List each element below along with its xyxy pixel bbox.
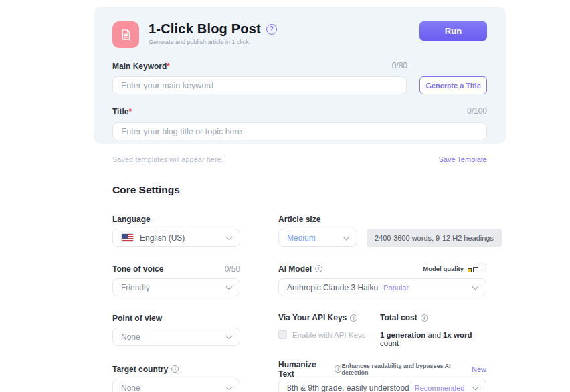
document-icon <box>119 28 132 41</box>
model-quality-indicator: Model quality <box>423 265 486 272</box>
point-of-view-dropdown[interactable]: None <box>112 328 240 346</box>
templates-empty-text: Saved templates will appear here. <box>112 155 223 163</box>
new-badge: New <box>472 365 486 373</box>
point-of-view-value: None <box>121 332 140 342</box>
chevron-down-icon <box>226 383 233 390</box>
api-keys-checkbox-label: Enable with API Keys <box>292 331 365 339</box>
chevron-down-icon <box>226 283 233 290</box>
tone-value: Friendly <box>121 283 150 292</box>
article-size-label: Article size <box>278 215 320 224</box>
target-country-value: None <box>121 383 140 392</box>
target-country-cell: Target country i None <box>112 364 240 392</box>
tone-dropdown[interactable]: Friendly <box>112 278 240 296</box>
api-cost-cell: Via Your API Keys i Enable with API Keys… <box>278 313 486 347</box>
info-icon[interactable]: i <box>335 365 341 373</box>
required-asterisk: * <box>167 62 170 71</box>
total-cost-block: Total cost i 1 generation and 1x word co… <box>380 313 486 347</box>
language-value: English (US) <box>140 233 185 243</box>
tool-card: 1-Click Blog Post ? Generate and publish… <box>94 7 506 144</box>
generate-title-button[interactable]: Generate a Title <box>419 76 487 94</box>
chevron-down-icon <box>226 332 233 339</box>
save-template-link[interactable]: Save Template <box>438 155 487 163</box>
tone-label: Tone of voice <box>112 264 163 274</box>
title-label: Title <box>112 107 128 116</box>
point-of-view-cell: Point of view None <box>112 313 240 347</box>
article-size-hint-badge: 2400-3600 words, 9-12 H2 headings <box>367 229 502 247</box>
info-icon[interactable]: i <box>421 314 428 322</box>
article-size-cell: Article size Medium 2400-3600 words, 9-1… <box>278 214 486 247</box>
main-keyword-label-row: Main Keyword* 0/80 <box>112 60 407 72</box>
ai-model-cell: AI Model i Model quality Anthropic Claud… <box>278 264 486 296</box>
ai-model-label: AI Model <box>278 264 312 274</box>
chevron-down-icon <box>343 233 350 240</box>
ai-model-value: Anthropic Claude 3 Haiku <box>287 283 378 292</box>
title-label-row: Title* 0/100 <box>112 105 487 117</box>
info-icon[interactable]: i <box>171 365 179 373</box>
api-keys-block: Via Your API Keys i Enable with API Keys <box>278 313 380 347</box>
language-dropdown[interactable]: English (US) <box>112 229 240 247</box>
tone-cell: Tone of voice 0/50 Friendly <box>112 264 240 296</box>
us-flag-icon <box>121 233 134 242</box>
chevron-down-icon <box>472 283 479 290</box>
blog-post-icon <box>112 21 139 48</box>
main-keyword-input[interactable] <box>112 76 407 94</box>
title-block: 1-Click Blog Post ? Generate and publish… <box>149 21 277 45</box>
info-icon[interactable]: i <box>315 265 322 272</box>
humanize-value: 8th & 9th grade, easily understood <box>287 383 409 392</box>
model-quality-label: Model quality <box>423 265 464 272</box>
main-keyword-row: Generate a Title <box>112 76 487 94</box>
point-of-view-label: Point of view <box>112 314 162 323</box>
language-cell: Language English (US) <box>112 214 240 247</box>
chevron-down-icon <box>472 383 479 390</box>
article-size-dropdown[interactable]: Medium <box>278 229 357 247</box>
humanize-label: Humanize Text <box>278 360 331 379</box>
title-counter: 0/100 <box>467 106 487 116</box>
api-keys-checkbox[interactable] <box>278 330 287 339</box>
total-cost-label: Total cost <box>380 313 417 322</box>
article-size-value: Medium <box>287 233 316 243</box>
card-header: 1-Click Blog Post ? Generate and publish… <box>112 21 487 48</box>
language-label: Language <box>112 215 151 224</box>
title-input[interactable] <box>112 122 487 140</box>
humanize-cell: Humanize Text i Enhances readability and… <box>278 364 486 392</box>
core-settings-heading: Core Settings <box>112 184 487 196</box>
api-keys-label: Via Your API Keys <box>278 313 347 322</box>
humanize-dropdown[interactable]: 8th & 9th grade, easily understood Recom… <box>278 379 486 392</box>
required-asterisk: * <box>128 107 132 116</box>
total-cost-value: 1 generation and 1x word count <box>380 331 486 347</box>
popular-badge: Popular <box>383 284 409 292</box>
main-keyword-counter: 0/80 <box>392 61 407 70</box>
tone-counter: 0/50 <box>225 264 240 274</box>
model-quality-bars-icon <box>468 266 486 272</box>
page-title: 1-Click Blog Post <box>149 21 261 37</box>
templates-row: Saved templates will appear here. Save T… <box>112 155 487 163</box>
settings-grid: Language English (US) Article size Mediu… <box>112 214 487 392</box>
chevron-down-icon <box>226 233 233 240</box>
main-keyword-label: Main Keyword <box>112 62 167 71</box>
humanize-description: Enhances readability and bypasses AI det… <box>341 363 472 376</box>
help-icon[interactable]: ? <box>266 24 277 35</box>
target-country-label: Target country <box>112 365 168 374</box>
ai-model-dropdown[interactable]: Anthropic Claude 3 Haiku Popular <box>278 278 486 296</box>
info-icon[interactable]: i <box>350 314 357 322</box>
page-subtitle: Generate and publish article in 1 click. <box>149 39 277 45</box>
target-country-dropdown[interactable]: None <box>112 379 240 392</box>
run-button[interactable]: Run <box>419 21 487 41</box>
recommended-badge: Recommended <box>415 384 465 392</box>
